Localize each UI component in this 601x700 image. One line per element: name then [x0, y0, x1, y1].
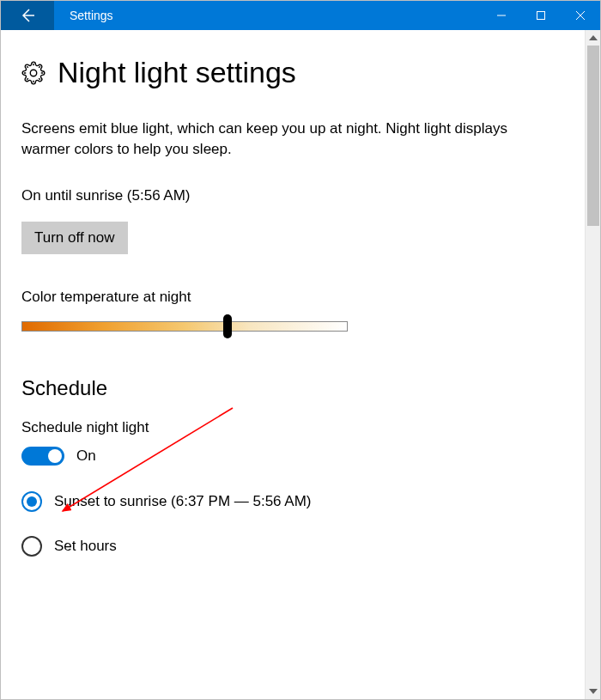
slider-thumb[interactable]: [223, 314, 232, 338]
minimize-button[interactable]: [482, 1, 521, 30]
status-text: On until sunrise (5:56 AM): [21, 187, 576, 204]
schedule-toggle[interactable]: [21, 447, 64, 466]
vertical-scrollbar[interactable]: [585, 30, 600, 699]
back-button[interactable]: [1, 1, 54, 30]
page-title: Night light settings: [58, 56, 296, 89]
chevron-down-icon: [589, 689, 598, 694]
radio-icon: [21, 536, 42, 557]
schedule-heading: Schedule: [21, 376, 576, 400]
radio-sunset-to-sunrise[interactable]: Sunset to sunrise (6:37 PM — 5:56 AM): [21, 491, 576, 512]
chevron-up-icon: [589, 35, 598, 40]
titlebar: Settings: [1, 1, 600, 30]
arrow-left-icon: [19, 7, 36, 24]
maximize-icon: [536, 10, 546, 21]
gear-icon: [21, 61, 46, 85]
window-title: Settings: [54, 1, 482, 30]
description-text: Screens emit blue light, which can keep …: [21, 119, 554, 160]
turn-off-now-button[interactable]: Turn off now: [21, 222, 128, 254]
minimize-icon: [496, 10, 507, 21]
svg-point-4: [30, 70, 36, 76]
close-icon: [575, 10, 586, 21]
radio-set-hours[interactable]: Set hours: [21, 536, 576, 557]
slider-track: [21, 321, 348, 332]
scroll-up-button[interactable]: [586, 30, 600, 46]
radio-label: Set hours: [54, 538, 117, 555]
svg-rect-1: [537, 12, 545, 20]
schedule-toggle-label: Schedule night light: [21, 419, 576, 436]
color-temperature-label: Color temperature at night: [21, 289, 576, 306]
close-button[interactable]: [561, 1, 600, 30]
toggle-knob: [48, 449, 62, 463]
scroll-down-button[interactable]: [586, 684, 600, 699]
content-area: Night light settings Screens emit blue l…: [1, 30, 585, 699]
radio-label: Sunset to sunrise (6:37 PM — 5:56 AM): [54, 493, 312, 510]
color-temperature-slider[interactable]: [21, 320, 348, 333]
page-header: Night light settings: [21, 56, 576, 89]
toggle-state-text: On: [76, 447, 96, 465]
settings-window: Settings: [0, 0, 601, 700]
window-controls: [482, 1, 600, 30]
radio-icon: [21, 491, 42, 512]
scrollbar-thumb[interactable]: [587, 46, 599, 226]
maximize-button[interactable]: [521, 1, 561, 30]
